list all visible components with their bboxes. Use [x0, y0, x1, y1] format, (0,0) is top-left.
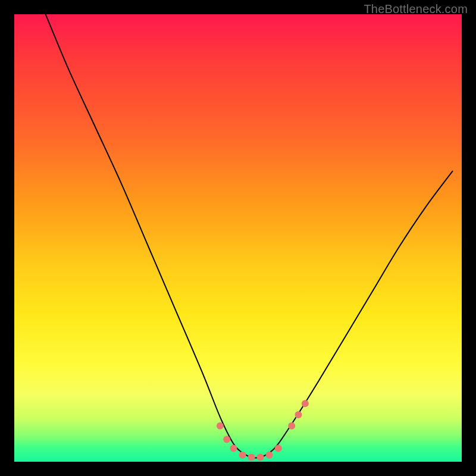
- plot-area: [14, 14, 462, 462]
- bottleneck-curve-svg: [14, 14, 462, 462]
- curve-marker: [257, 454, 264, 461]
- curve-marker: [230, 444, 237, 452]
- curve-marker: [239, 452, 246, 459]
- curve-marker: [302, 400, 309, 407]
- curve-marker: [266, 452, 273, 459]
- marker-group: [217, 400, 309, 461]
- curve-marker: [288, 422, 295, 430]
- curve-marker: [217, 422, 224, 430]
- curve-marker: [248, 454, 255, 461]
- curve-marker: [223, 436, 230, 443]
- bottleneck-curve: [46, 14, 453, 458]
- curve-marker: [295, 411, 302, 418]
- chart-frame: TheBottleneck.com: [0, 0, 476, 476]
- curve-marker: [275, 444, 282, 452]
- watermark-label: TheBottleneck.com: [364, 2, 468, 16]
